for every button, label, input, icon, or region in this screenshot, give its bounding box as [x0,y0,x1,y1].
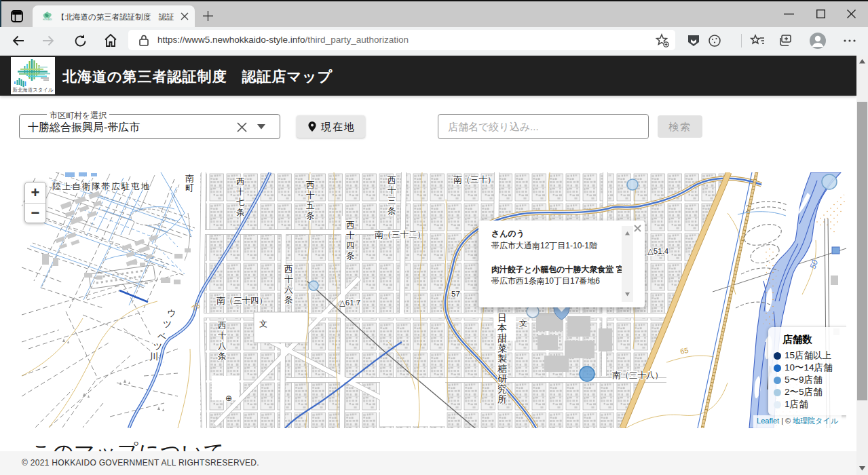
svg-text:八: 八 [218,341,227,351]
svg-text:十: 十 [236,187,245,197]
svg-text:△61.7: △61.7 [339,299,360,307]
svg-text:菜: 菜 [497,343,507,354]
svg-text:西: 西 [388,176,396,185]
svg-text:所: 所 [497,394,507,404]
svg-text:条: 条 [306,211,315,221]
svg-text:条: 条 [388,206,396,216]
svg-text:研: 研 [497,373,507,384]
svg-text:南: 南 [185,174,194,183]
svg-text:ツ: ツ [163,319,172,329]
svg-text:西: 西 [346,221,355,230]
svg-text:条: 条 [218,352,227,361]
svg-text:町: 町 [185,183,194,193]
svg-text:西: 西 [236,177,245,187]
svg-text:条: 条 [284,295,293,305]
svg-text:甜: 甜 [497,332,507,343]
svg-text:十: 十 [284,275,293,284]
svg-text:HOKKAIDO: HOKKAIDO [43,18,52,21]
svg-text:十: 十 [218,331,227,341]
svg-text:南（三十八）: 南（三十八） [612,370,663,380]
svg-text:究: 究 [497,383,507,394]
svg-text:ベ: ベ [157,331,166,341]
svg-text:十: 十 [306,191,315,200]
svg-text:西: 西 [284,265,293,274]
svg-text:⊕: ⊕ [225,394,232,403]
svg-text:ウ: ウ [167,308,176,318]
svg-text:五: 五 [306,201,315,210]
svg-text:川: 川 [149,352,158,362]
svg-text:南（三十）: 南（三十） [453,175,496,185]
svg-text:条: 条 [236,208,245,217]
svg-text:陸上自衛隊帯広駐屯地: 陸上自衛隊帯広駐屯地 [52,182,151,191]
svg-text:条: 条 [346,251,355,261]
svg-text:西: 西 [218,321,227,330]
svg-text:ツ: ツ [153,341,162,352]
svg-text:文: 文 [519,318,527,328]
svg-text:南（三十四）: 南（三十四） [216,296,267,305]
svg-text:57: 57 [451,290,460,298]
svg-text:七: 七 [236,197,245,207]
svg-text:六: 六 [284,285,293,294]
svg-text:本: 本 [497,322,507,333]
svg-text:南（三十二）: 南（三十二） [375,230,426,240]
svg-text:製: 製 [497,353,507,364]
svg-text:△51.4: △51.4 [647,247,669,255]
svg-text:西: 西 [306,180,315,190]
svg-text:糖: 糖 [497,363,507,374]
svg-text:文: 文 [259,319,267,328]
svg-text:65: 65 [679,346,689,356]
svg-text:新北海道スタイル: 新北海道スタイル [13,87,54,93]
svg-text:日: 日 [497,312,507,323]
svg-text:四: 四 [346,241,355,250]
svg-text:十: 十 [388,186,396,195]
svg-text:三: 三 [388,196,396,206]
svg-text:十: 十 [346,231,355,240]
